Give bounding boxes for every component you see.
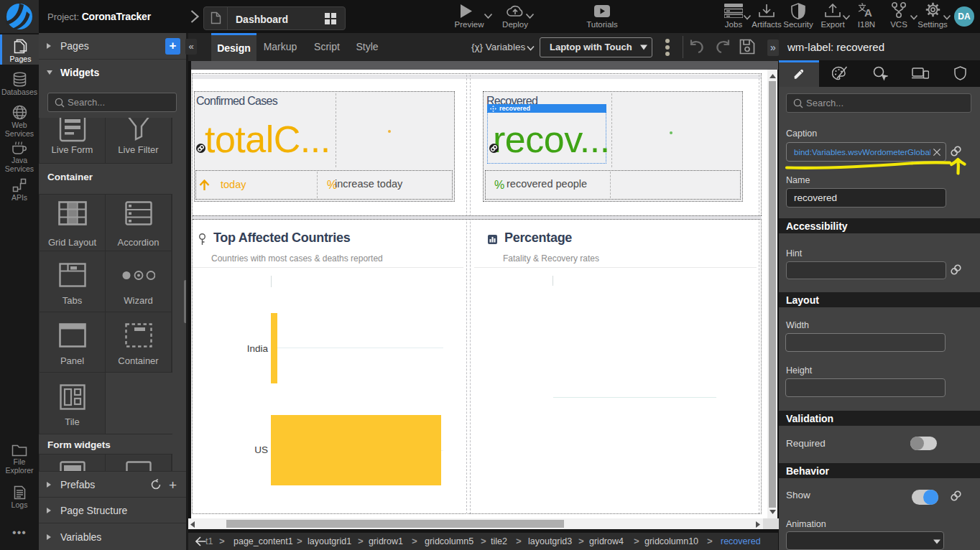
svg-text:A: A (864, 6, 872, 18)
